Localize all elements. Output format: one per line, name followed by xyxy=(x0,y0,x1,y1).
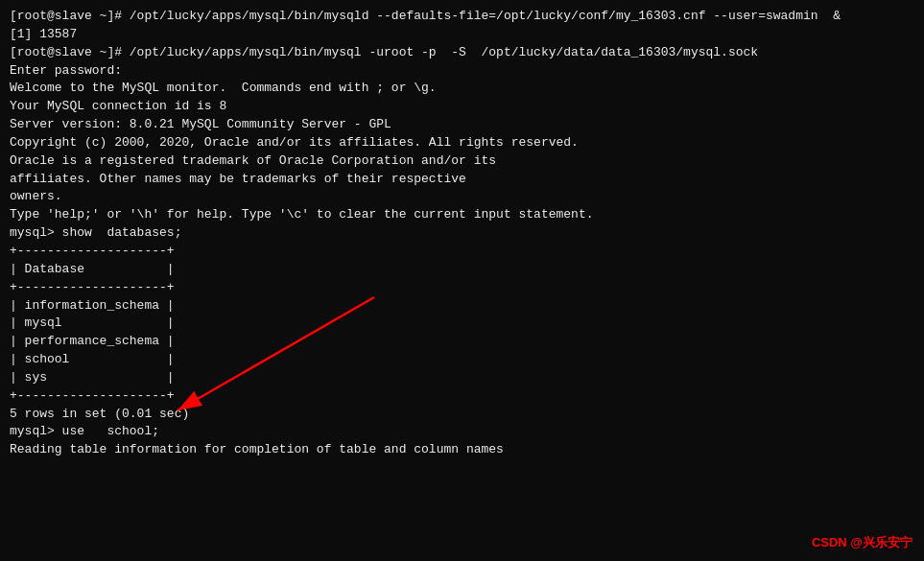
terminal-line: Welcome to the MySQL monitor. Commands e… xyxy=(10,80,914,98)
terminal-line: +--------------------+ xyxy=(10,387,914,406)
terminal-line: Type 'help;' or '\h' for help. Type '\c'… xyxy=(10,206,914,224)
terminal-line: | performance_schema | xyxy=(10,333,914,351)
terminal-line: +--------------------+ xyxy=(10,279,914,297)
terminal-line: [root@slave ~]# /opt/lucky/apps/mysql/bi… xyxy=(10,44,914,62)
terminal-line: Server version: 8.0.21 MySQL Community S… xyxy=(10,116,914,134)
terminal-line: 5 rows in set (0.01 sec) xyxy=(10,406,914,424)
terminal-line: [root@slave ~]# /opt/lucky/apps/mysql/bi… xyxy=(10,8,914,26)
terminal-line: Enter password: xyxy=(10,62,914,81)
terminal-line: owners. xyxy=(10,188,914,206)
terminal-line: mysql> show databases; xyxy=(10,224,914,243)
terminal-line: Oracle is a registered trademark of Orac… xyxy=(10,152,914,171)
terminal-line: | information_schema | xyxy=(10,297,914,316)
terminal-line: affiliates. Other names may be trademark… xyxy=(10,171,914,189)
terminal-line: Reading table information for completion… xyxy=(10,441,914,459)
terminal-line: Copyright (c) 2000, 2020, Oracle and/or … xyxy=(10,134,914,152)
watermark-text: CSDN @兴乐安宁 xyxy=(812,534,912,551)
terminal-line: | mysql | xyxy=(10,315,914,333)
terminal-line: +--------------------+ xyxy=(10,243,914,261)
terminal-line: mysql> use school; xyxy=(10,423,914,441)
terminal-content: [root@slave ~]# /opt/lucky/apps/mysql/bi… xyxy=(10,8,914,459)
terminal-line: [1] 13587 xyxy=(10,26,914,44)
terminal-line: | school | xyxy=(10,351,914,369)
terminal-line: Your MySQL connection id is 8 xyxy=(10,98,914,116)
terminal-line: | Database | xyxy=(10,261,914,279)
terminal-window: [root@slave ~]# /opt/lucky/apps/mysql/bi… xyxy=(0,0,924,561)
terminal-line: | sys | xyxy=(10,369,914,387)
